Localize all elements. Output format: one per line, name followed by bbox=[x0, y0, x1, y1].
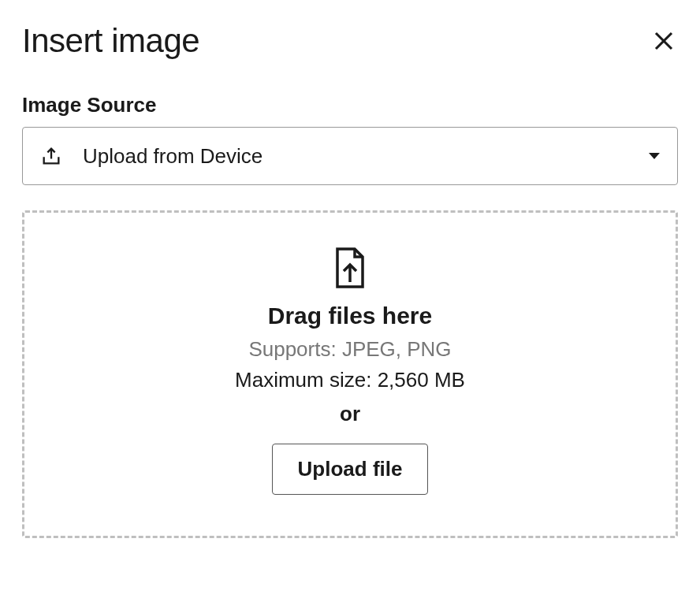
dialog-title: Insert image bbox=[22, 22, 199, 60]
file-dropzone[interactable]: Drag files here Supports: JPEG, PNG Maxi… bbox=[22, 210, 678, 538]
dialog-header: Insert image bbox=[22, 22, 678, 60]
drag-files-text: Drag files here bbox=[268, 303, 432, 329]
file-upload-icon bbox=[333, 247, 367, 288]
or-text: or bbox=[340, 402, 360, 426]
supports-text: Supports: JPEG, PNG bbox=[248, 337, 451, 362]
image-source-label: Image Source bbox=[22, 93, 678, 117]
upload-file-button[interactable]: Upload file bbox=[272, 444, 429, 495]
maxsize-text: Maximum size: 2,560 MB bbox=[235, 368, 465, 392]
image-source-value: Upload from Device bbox=[83, 144, 649, 169]
close-icon bbox=[652, 29, 676, 53]
close-button[interactable] bbox=[650, 27, 678, 55]
image-source-select[interactable]: Upload from Device bbox=[22, 127, 678, 185]
upload-icon bbox=[40, 145, 62, 167]
chevron-down-icon bbox=[649, 153, 660, 159]
